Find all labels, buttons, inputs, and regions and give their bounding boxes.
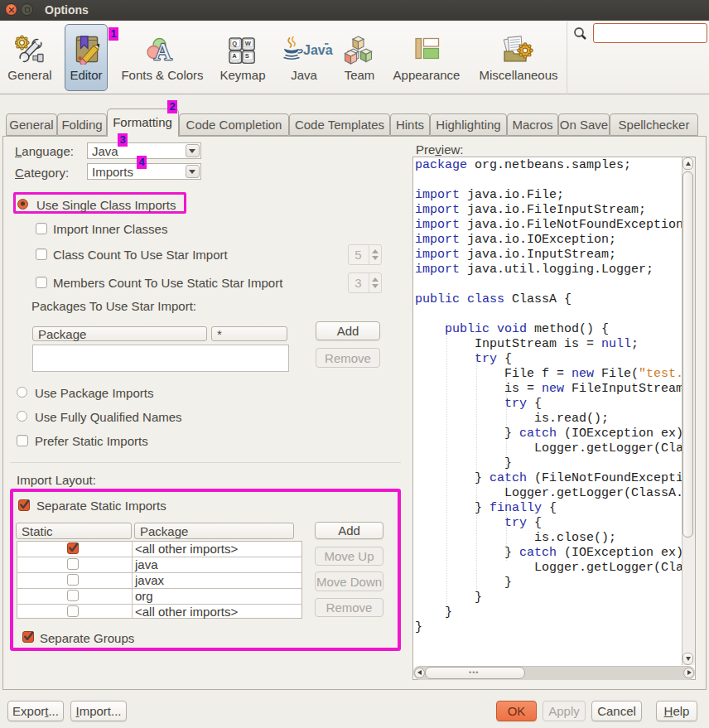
svg-text:A: A: [232, 52, 237, 60]
svg-text:S: S: [245, 52, 249, 60]
svg-text:A: A: [154, 37, 172, 62]
svg-text:Java: Java: [303, 43, 333, 57]
svg-text:W: W: [245, 40, 252, 47]
svg-text:Q: Q: [232, 40, 237, 47]
